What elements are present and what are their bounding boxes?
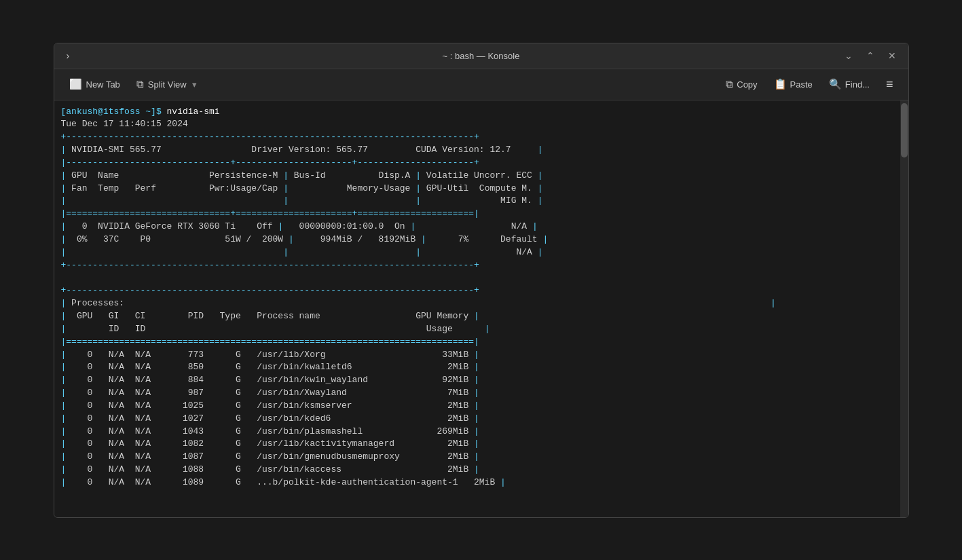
- new-tab-icon: ⬜: [69, 78, 82, 90]
- paste-icon: 📋: [774, 78, 787, 90]
- paste-label: Paste: [790, 79, 813, 90]
- maximize-button[interactable]: ⌃: [862, 49, 878, 62]
- hamburger-icon[interactable]: ›: [62, 49, 74, 62]
- title-bar-left: ›: [62, 49, 74, 62]
- scrollbar-thumb[interactable]: [901, 103, 908, 157]
- split-view-label: Split View: [148, 79, 187, 90]
- menu-button[interactable]: ≡: [879, 74, 900, 95]
- close-button[interactable]: ✕: [884, 49, 900, 62]
- copy-button[interactable]: ⧉ Copy: [719, 75, 764, 94]
- split-view-icon: ⧉: [136, 78, 144, 90]
- new-tab-button[interactable]: ⬜ New Tab: [62, 75, 127, 94]
- copy-icon: ⧉: [726, 78, 733, 90]
- minimize-button[interactable]: ⌄: [840, 49, 857, 62]
- paste-button[interactable]: 📋 Paste: [767, 75, 819, 94]
- title-bar: › ~ : bash — Konsole ⌄ ⌃ ✕: [54, 43, 908, 69]
- menu-icon: ≡: [886, 77, 893, 92]
- terminal-area[interactable]: [ankush@itsfoss ~]$ nvidia-smi Tue Dec 1…: [54, 100, 908, 517]
- window-title: ~ : bash — Konsole: [443, 51, 520, 61]
- toolbar-right: ⧉ Copy 📋 Paste 🔍 Find... ≡: [719, 74, 900, 95]
- toolbar: ⬜ New Tab ⧉ Split View ▾ ⧉ Copy 📋 Paste …: [54, 69, 908, 100]
- split-view-button[interactable]: ⧉ Split View ▾: [130, 75, 205, 94]
- find-button[interactable]: 🔍 Find...: [822, 75, 876, 94]
- new-tab-label: New Tab: [86, 79, 120, 90]
- window-controls: ⌄ ⌃ ✕: [840, 49, 900, 62]
- konsole-window: › ~ : bash — Konsole ⌄ ⌃ ✕ ⬜ New Tab ⧉ S…: [54, 43, 909, 518]
- copy-label: Copy: [737, 79, 757, 90]
- scrollbar[interactable]: [900, 100, 908, 517]
- terminal-output: [ankush@itsfoss ~]$ nvidia-smi Tue Dec 1…: [54, 100, 900, 517]
- split-view-chevron: ▾: [192, 79, 197, 90]
- search-icon: 🔍: [829, 78, 842, 90]
- find-label: Find...: [845, 79, 870, 90]
